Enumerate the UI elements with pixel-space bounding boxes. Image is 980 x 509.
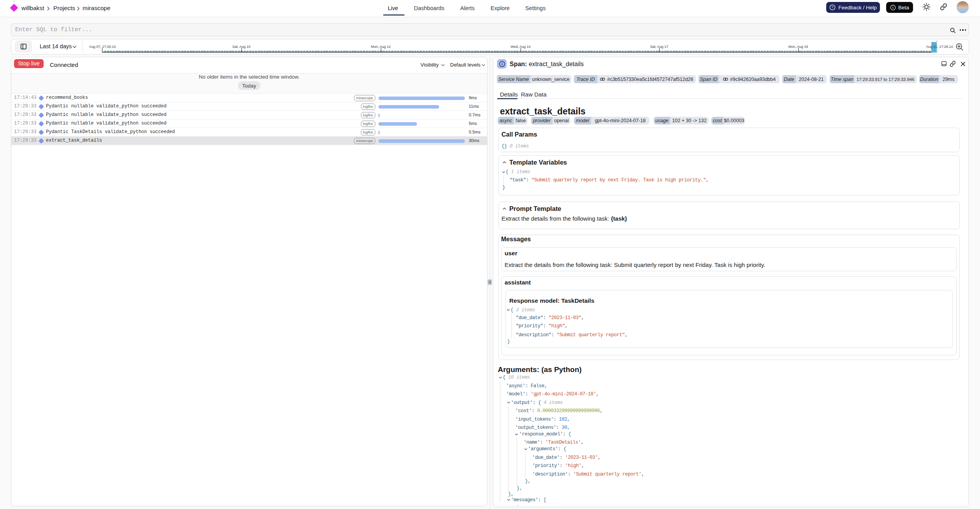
svg-text:?: ?: [832, 5, 834, 9]
